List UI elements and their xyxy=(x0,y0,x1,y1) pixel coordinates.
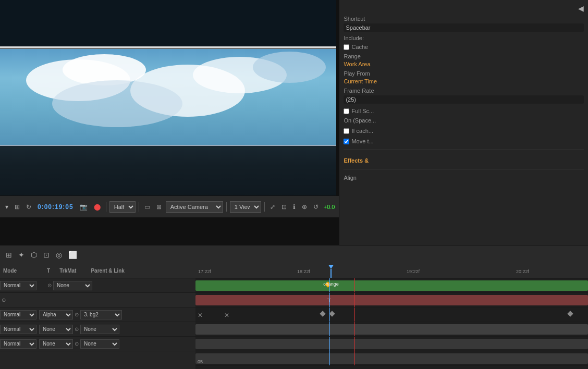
tl-btn-1[interactable]: ⊞ xyxy=(4,250,14,260)
track-row-6: 05 xyxy=(195,351,588,366)
separator2 xyxy=(139,202,139,212)
layer-row-2: ⊙ xyxy=(0,293,195,308)
tl-btn-5[interactable]: ◎ xyxy=(54,250,64,260)
if-cache-checkbox[interactable] xyxy=(344,128,349,134)
section-divider xyxy=(344,150,584,150)
red-line-1 xyxy=(354,278,355,292)
section-divider2 xyxy=(344,169,584,169)
right-panel: ◀ Shortcut Spacebar Include: Cache Range… xyxy=(339,0,588,245)
render-btn[interactable]: ⊕ xyxy=(300,202,309,212)
layer-panel: Mode T TrkMat Parent & Link Normal ⊙ Non… xyxy=(0,264,195,369)
separator4 xyxy=(264,202,265,212)
full-screen-checkbox[interactable] xyxy=(344,108,349,114)
mat-select-3[interactable]: Alpha xyxy=(39,310,73,319)
cloud6 xyxy=(253,52,326,83)
expand-view-btn[interactable]: ⤢ xyxy=(268,202,277,212)
track-dark-2 xyxy=(195,353,588,364)
effects-title: Effects & xyxy=(344,157,584,164)
move-to-checkbox[interactable] xyxy=(344,139,349,144)
cloud5 xyxy=(52,80,182,127)
play-from-label: Play From xyxy=(344,70,584,77)
shortcut-label: Shortcut xyxy=(344,16,584,22)
ruler-mark-1: 18:22f xyxy=(297,269,310,274)
expand-button[interactable]: ▾ xyxy=(3,202,10,212)
timeline-ruler: 17:22f 18:22f 19:22f 20:22f xyxy=(195,264,588,278)
reset-btn[interactable]: ↺ xyxy=(311,202,321,212)
timeline-toolbar: ⊞ ✦ ⬡ ⊡ ◎ ⬜ xyxy=(0,245,588,264)
track-dark-1 xyxy=(195,339,588,349)
play-from-row: Play From Current Time xyxy=(344,70,584,84)
shortcut-value: Spacebar xyxy=(344,23,584,32)
ruler-mark-2: 19:22f xyxy=(407,269,420,274)
cache-checkbox-row: Cache xyxy=(344,44,584,50)
info-btn[interactable]: ℹ xyxy=(291,202,298,212)
align-label: Align xyxy=(344,175,584,181)
blue-line-1 xyxy=(329,278,330,292)
region-button[interactable]: ⊞ xyxy=(13,202,22,212)
track-row-2: ⊤ xyxy=(195,293,588,308)
rotation-icon: ⊙ xyxy=(0,297,7,303)
mat-select-4[interactable]: None xyxy=(39,325,73,334)
tl-btn-2[interactable]: ✦ xyxy=(17,250,26,260)
shortcut-row: Shortcut Spacebar xyxy=(344,16,584,32)
header-trkmat: TrkMat xyxy=(59,268,76,274)
mat-select-5[interactable]: None xyxy=(39,339,73,349)
ruler-marks: 17:22f 18:22f 19:22f 20:22f xyxy=(195,264,588,278)
red-line-2 xyxy=(354,293,355,307)
track-row-5 xyxy=(195,337,588,351)
layer-row-1: Normal ⊙ None xyxy=(0,278,195,293)
quality-select[interactable]: Half xyxy=(109,201,136,213)
parent-select-5[interactable]: None xyxy=(80,339,119,349)
red-line-6 xyxy=(354,351,355,365)
ruler-mark-0: 17:22f xyxy=(198,269,211,274)
camera-icon-btn[interactable]: 📷 xyxy=(78,202,90,212)
collapse-button[interactable]: ◀ xyxy=(344,4,584,13)
layer-row-3: Normal Alpha ⊙ 3. bg2 xyxy=(0,308,195,322)
mode-select-1[interactable]: Normal xyxy=(0,281,36,290)
cache-checkbox[interactable] xyxy=(344,44,349,50)
parent-select-3[interactable]: 3. bg2 xyxy=(80,310,122,319)
kf-marker-2: ✕ xyxy=(224,312,229,319)
tl-btn-4[interactable]: ⊡ xyxy=(42,250,51,260)
layer-header: Mode T TrkMat Parent & Link xyxy=(0,264,195,278)
if-cache-label: If cach... xyxy=(351,128,373,134)
cloud-layer xyxy=(0,49,336,145)
track-gray-1 xyxy=(195,324,588,335)
tl-btn-6[interactable]: ⬜ xyxy=(67,250,79,260)
kf-diamond-2 xyxy=(329,311,335,316)
color-btn[interactable]: ⬤ xyxy=(92,202,103,212)
separator1 xyxy=(106,202,106,212)
red-line-5 xyxy=(354,337,355,351)
mode-select-4[interactable]: Normal xyxy=(0,325,36,334)
cursor-indicator: ⊤ xyxy=(326,295,332,305)
track-row-4 xyxy=(195,322,588,337)
layout-select[interactable]: 1 View xyxy=(230,201,261,213)
red-line-4 xyxy=(354,322,355,336)
grid-btn[interactable]: ⊞ xyxy=(154,202,164,212)
frame-rate-row: Frame Rate (25) xyxy=(344,88,584,104)
parent-select-4[interactable]: None xyxy=(80,325,119,334)
full-screen-row: Full Sc... xyxy=(344,108,584,114)
kf-diamond-1 xyxy=(320,311,325,316)
ruler-mark-3: 20:22f xyxy=(516,269,529,274)
blue-line-4 xyxy=(329,322,330,336)
range-row: Range Work Area xyxy=(344,53,584,67)
timeline-area: ⊞ ✦ ⬡ ⊡ ◎ ⬜ Mode T TrkMat Parent & Link … xyxy=(0,245,588,369)
tl-btn-3[interactable]: ⬡ xyxy=(29,250,39,260)
snapshot-btn[interactable]: ⊡ xyxy=(279,202,289,212)
layer-row-4: Normal None ⊙ None xyxy=(0,322,195,337)
mode-select-5[interactable]: Normal xyxy=(0,339,36,349)
track-area: 17:22f 18:22f 19:22f 20:22f xyxy=(195,264,588,369)
range-label: Range xyxy=(344,53,584,59)
top-area: ▾ ⊞ ↻ 0:00:19:05 📷 ⬤ Half ▭ ⊞ Active Cam… xyxy=(0,0,588,245)
mode-select-3[interactable]: Normal xyxy=(0,310,36,319)
blue-line-2 xyxy=(329,293,330,307)
view-select[interactable]: Active Camera xyxy=(166,201,223,213)
layout-rect-btn[interactable]: ▭ xyxy=(142,202,152,212)
separation-line2 xyxy=(0,145,336,146)
cache-label: Cache xyxy=(351,44,368,50)
parent-select-1[interactable]: None xyxy=(53,281,92,290)
if-cache-row: If cach... xyxy=(344,128,584,134)
playhead-line xyxy=(330,269,332,278)
loop-button[interactable]: ↻ xyxy=(24,202,33,212)
